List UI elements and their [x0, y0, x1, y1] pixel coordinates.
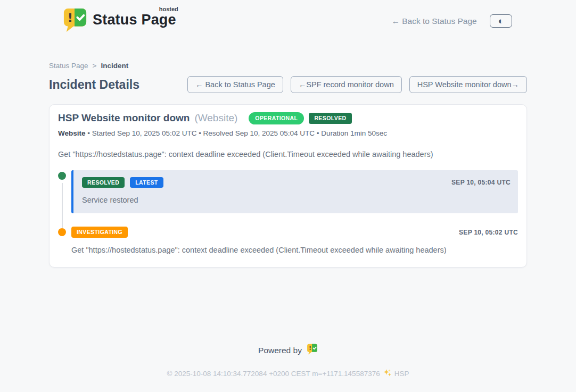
copyright-line: © 2025-10-08 14:10:34.772084 +0200 CEST … [0, 368, 576, 379]
contrast-icon: ◐ [498, 16, 504, 26]
investigating-badge: INVESTIGATING [71, 227, 128, 238]
page-title: Incident Details [49, 78, 139, 92]
timeline-message: Get "https://hostedstatus.page": context… [71, 246, 518, 254]
next-incident-button[interactable]: HSP Website monitor down→ [409, 76, 527, 93]
statuspage-logo-icon: ! [63, 7, 87, 35]
theme-toggle-button[interactable]: ◐ [490, 14, 512, 28]
latest-badge: LATEST [130, 177, 163, 188]
incident-title-row: HSP Website monitor down (Website) OPERA… [58, 112, 518, 124]
timeline-entry-investigating: INVESTIGATING SEP 10, 05:02 UTC Get "htt… [58, 227, 518, 254]
prev-incident-button[interactable]: ←SPF record monitor down [291, 76, 402, 93]
breadcrumb: Status Page > Incident [49, 62, 527, 70]
sparkles-icon [383, 368, 392, 379]
incident-nav-buttons: ← Back to Status Page ←SPF record monito… [187, 76, 527, 93]
resolved-badge: RESOLVED [82, 177, 125, 188]
timeline-dot-investigating [58, 228, 66, 236]
incident-timeline: RESOLVED LATEST SEP 10, 05:04 UTC Servic… [58, 170, 518, 254]
incident-card: HSP Website monitor down (Website) OPERA… [49, 104, 527, 268]
logo-hosted-label: hosted [159, 6, 178, 12]
timeline-timestamp: SEP 10, 05:04 UTC [451, 179, 511, 186]
svg-text:!: ! [68, 11, 73, 24]
header: ! Status Page hosted ← Back to Status Pa… [0, 0, 576, 35]
logo-text: Status Page [93, 12, 176, 28]
header-right: ← Back to Status Page ◐ [391, 14, 512, 28]
breadcrumb-separator: > [93, 62, 97, 70]
timeline-dot-resolved [58, 172, 66, 180]
page: ! Status Page hosted ← Back to Status Pa… [0, 0, 576, 392]
resolved-state-badge: RESOLVED [309, 113, 351, 124]
timeline-message: Service restored [82, 196, 509, 204]
powered-by-label: Powered by [258, 346, 302, 355]
incident-component-label: (Website) [194, 112, 237, 124]
operational-status-badge: OPERATIONAL [249, 112, 304, 124]
incident-meta-details: • Started Sep 10, 2025 05:02 UTC • Resol… [87, 129, 387, 137]
breadcrumb-status-page[interactable]: Status Page [49, 62, 88, 70]
breadcrumb-incident: Incident [101, 62, 128, 70]
timeline-entry-resolved: RESOLVED LATEST SEP 10, 05:04 UTC Servic… [58, 170, 518, 214]
powered-by-link[interactable]: Powered by ! [0, 344, 576, 357]
incident-meta: Website • Started Sep 10, 2025 05:02 UTC… [58, 129, 518, 137]
statuspage-logo-icon-small: ! [307, 344, 318, 357]
back-to-status-page-button[interactable]: ← Back to Status Page [187, 76, 283, 93]
logo-wordmark: Status Page hosted [93, 7, 176, 28]
timeline-badge-row: INVESTIGATING [71, 227, 518, 238]
timeline-badge-row: RESOLVED LATEST [82, 177, 509, 188]
header-back-link[interactable]: ← Back to Status Page [391, 16, 476, 26]
main-content: Status Page > Incident Incident Details … [49, 62, 527, 268]
incident-description: Get "https://hostedstatus.page": context… [58, 150, 518, 159]
copyright-text: © 2025-10-08 14:10:34.772084 +0200 CEST … [167, 370, 380, 378]
copyright-suffix: HSP [394, 370, 409, 378]
timeline-update-card: RESOLVED LATEST SEP 10, 05:04 UTC Servic… [71, 170, 518, 214]
incident-title: HSP Website monitor down [58, 112, 190, 124]
statuspage-logo[interactable]: ! Status Page hosted [63, 7, 176, 35]
incident-meta-component: Website [58, 129, 86, 137]
footer: Powered by ! © 2025-10-08 14:10:34.77208… [0, 344, 576, 392]
svg-text:!: ! [309, 345, 311, 351]
timeline-timestamp: SEP 10, 05:02 UTC [459, 229, 518, 236]
title-row: Incident Details ← Back to Status Page ←… [49, 76, 527, 93]
timeline-update-plain: INVESTIGATING SEP 10, 05:02 UTC Get "htt… [71, 227, 518, 254]
